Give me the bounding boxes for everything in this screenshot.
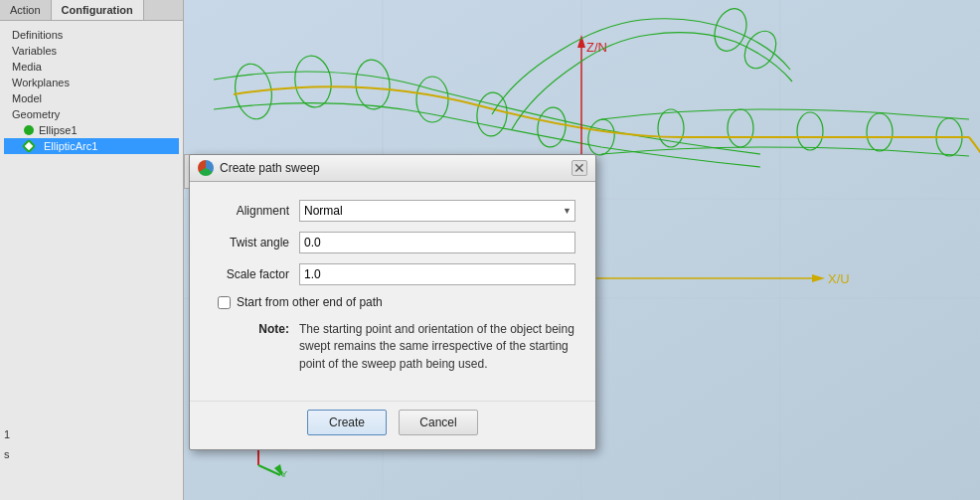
twist-angle-control (299, 232, 575, 253)
alignment-label: Alignment (210, 204, 299, 218)
create-path-sweep-dialog: Create path sweep ✕ Alignment Normal Fix… (189, 154, 596, 450)
scale-factor-input[interactable] (299, 263, 575, 285)
scale-factor-row: Scale factor (210, 263, 575, 285)
cancel-button[interactable]: Cancel (399, 410, 478, 435)
checkbox-row: Start from other end of path (210, 295, 575, 309)
dialog-close-button[interactable]: ✕ (572, 160, 587, 176)
twist-angle-label: Twist angle (210, 236, 299, 250)
start-other-end-label: Start from other end of path (237, 295, 383, 309)
note-label: Note: (210, 321, 299, 336)
note-row: Note: The starting point and orientation… (210, 321, 575, 373)
dialog-app-icon (198, 160, 214, 176)
create-button[interactable]: Create (307, 410, 387, 435)
twist-angle-input[interactable] (299, 232, 575, 253)
dialog-backdrop: Create path sweep ✕ Alignment Normal Fix… (0, 0, 980, 500)
dialog-titlebar: Create path sweep ✕ (190, 155, 595, 182)
alignment-select-wrapper: Normal Fixed Frenet (299, 200, 575, 222)
alignment-control: Normal Fixed Frenet (299, 200, 575, 222)
alignment-select[interactable]: Normal Fixed Frenet (299, 200, 575, 222)
dialog-title: Create path sweep (220, 161, 572, 175)
scale-factor-label: Scale factor (210, 267, 299, 281)
alignment-row: Alignment Normal Fixed Frenet (210, 200, 575, 222)
dialog-footer: Create Cancel (190, 401, 595, 449)
dialog-body: Alignment Normal Fixed Frenet Twist angl… (190, 182, 595, 401)
twist-angle-row: Twist angle (210, 232, 575, 253)
note-text: The starting point and orientation of th… (299, 321, 575, 373)
scale-factor-control (299, 263, 575, 285)
start-other-end-checkbox[interactable] (218, 296, 231, 309)
